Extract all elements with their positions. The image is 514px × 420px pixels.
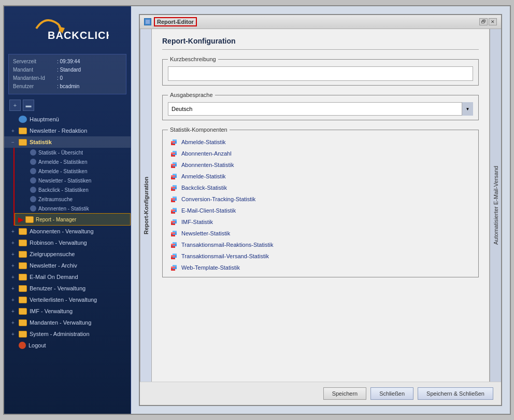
nav-abonnenten-verwaltung[interactable]: + Abonnenten - Verwaltung: [4, 226, 131, 237]
sub-anmelde-statistiken[interactable]: Anmelde - Statistiken: [15, 157, 131, 166]
nav-logout[interactable]: Logout: [4, 340, 131, 351]
serverzeit-label: Serverzeit: [13, 58, 57, 66]
benutzer-value: : bcadmin: [57, 82, 79, 91]
nav-newsletter-redaktion[interactable]: + Newsletter - Redaktion: [4, 125, 131, 136]
expand-icon-bv: +: [9, 285, 17, 292]
mandanten-verwaltung-label: Mandanten - Verwaltung: [30, 319, 91, 326]
nav-statistik[interactable]: − Statistik: [4, 136, 131, 148]
svg-rect-17: [173, 174, 177, 175]
sub-newsletter-statistiken[interactable]: Newsletter - Statistiken: [15, 176, 131, 185]
bullet-icon: [30, 177, 36, 184]
nav-mandanten-verwaltung[interactable]: + Mandanten - Verwaltung: [4, 317, 131, 328]
list-item[interactable]: Abmelde-Statistik: [168, 137, 473, 147]
list-item[interactable]: E-Mail-Client-Statistik: [168, 205, 473, 216]
benutzer-verwaltung-label: Benutzer - Verwaltung: [30, 285, 85, 291]
system-administration-label: System - Administration: [30, 331, 90, 337]
kurzbeschreibung-legend: Kurzbeschreibung: [168, 56, 218, 62]
list-item[interactable]: Web-Template-Statistik: [168, 262, 473, 273]
nav-email-on-demand[interactable]: + E-Mail On Demand: [4, 271, 131, 283]
bullet-icon: [30, 205, 36, 212]
nav-zielgruppensuche[interactable]: + Zielgruppensuche: [4, 248, 131, 260]
benutzer-label: Benutzer: [13, 82, 57, 91]
cube-icon-8: [170, 218, 178, 226]
ausgabesprache-fieldset: Ausgabesprache Deutsch English Français …: [162, 92, 479, 120]
dialog-title: Report-Editor: [144, 17, 197, 26]
sub-statistik-ubersicht[interactable]: Statistik - Übersicht: [15, 148, 131, 157]
robinson-verwaltung-label: Robinson - Verwaltung: [30, 240, 87, 246]
folder-icon-eod: [19, 274, 27, 281]
list-item[interactable]: Newsletter-Statistik: [168, 228, 473, 239]
cube-icon-5: [170, 184, 178, 192]
speichern-schliessen-button[interactable]: Speichern & Schließen: [418, 387, 493, 400]
sidebar: BACKCLICK Serverzeit : 09:39:44 Mandant …: [4, 6, 131, 414]
nav-robinson-verwaltung[interactable]: + Robinson - Verwaltung: [4, 237, 131, 248]
sub-abonnenten-statistik[interactable]: Abonnenten - Statistik: [15, 204, 131, 213]
dialog-body: Report-Konfiguration Report-Konfiguratio…: [140, 29, 501, 382]
list-item[interactable]: Abonnenten-Statistik: [168, 160, 473, 170]
cube-icon-1: [170, 138, 178, 146]
logout-label: Logout: [28, 342, 46, 348]
list-item[interactable]: Anmelde-Statistik: [168, 171, 473, 181]
list-item[interactable]: Conversion-Tracking-Statistik: [168, 194, 473, 204]
svg-rect-46: [171, 255, 175, 257]
dialog-title-icon: [144, 18, 151, 25]
globe-icon: [19, 116, 27, 123]
kurzbeschreibung-fieldset: Kurzbeschreibung: [162, 56, 479, 86]
list-item[interactable]: Abonnenten-Anzahl: [168, 148, 473, 159]
bullet-icon: [30, 159, 36, 165]
nav-benutzer-verwaltung[interactable]: + Benutzer - Verwaltung: [4, 283, 131, 294]
svg-rect-42: [171, 244, 175, 245]
ausgabesprache-select[interactable]: Deutsch English Français: [168, 102, 473, 116]
newsletter-redaktion-label: Newsletter - Redaktion: [30, 128, 87, 134]
sub-backclick-statistiken[interactable]: Backclick - Statistiken: [15, 185, 131, 194]
cube-icon-7: [170, 206, 178, 215]
nav-verteilerlisten-verwaltung[interactable]: + Verteilerlisten - Verwaltung: [4, 294, 131, 305]
list-item[interactable]: Transaktionsmail-Reaktions-Statistik: [168, 240, 473, 250]
bullet-icon: [30, 168, 36, 174]
svg-rect-34: [171, 221, 175, 222]
svg-rect-14: [171, 164, 175, 165]
expand-icon-zg: +: [9, 250, 17, 258]
list-item[interactable]: IMF-Statistik: [168, 217, 473, 227]
serverzeit-value: : 09:39:44: [57, 58, 80, 66]
expand-icon-eod: +: [9, 273, 17, 281]
tab-report-konfiguration[interactable]: Report-Konfiguration: [140, 29, 151, 382]
cube-icon-4: [170, 172, 178, 180]
svg-rect-33: [173, 219, 177, 221]
nav-menu: Hauptmenü + Newsletter - Redaktion − Sta…: [4, 114, 131, 414]
remove-icon[interactable]: ▬: [23, 100, 34, 111]
form-area: Report-Konfiguration Kurzbeschreibung Au…: [152, 29, 489, 382]
folder-icon-stat: [19, 139, 27, 146]
stats-list: Abmelde-Statistik Abonnenten-Anzahl Abon…: [168, 137, 473, 273]
restore-button[interactable]: 🗗: [479, 18, 488, 25]
toolbar-icons: + ▬: [4, 97, 131, 114]
close-button[interactable]: ✕: [489, 18, 497, 25]
svg-rect-22: [171, 187, 175, 188]
folder-icon-rm: [25, 216, 34, 223]
schliessen-button[interactable]: Schließen: [370, 387, 413, 400]
nav-imf-verwaltung[interactable]: + IMF - Verwaltung: [4, 305, 131, 317]
folder-icon-iv: [19, 308, 27, 315]
tab-automatisierter-email-versand[interactable]: Automatisierter E-Mail-Versand: [490, 29, 501, 382]
list-item[interactable]: Backclick-Statistik: [168, 183, 473, 193]
folder-icon-sa: [19, 331, 27, 338]
nav-hauptmenu[interactable]: Hauptmenü: [4, 114, 131, 125]
nav-system-administration[interactable]: + System - Administration: [4, 328, 131, 340]
imf-verwaltung-label: IMF - Verwaltung: [30, 308, 73, 314]
nav-newsletter-archiv[interactable]: + Newsletter - Archiv: [4, 260, 131, 271]
mandant-label: Mandant: [13, 66, 57, 74]
kurzbeschreibung-input[interactable]: [168, 66, 473, 81]
outer-window: BACKCLICK Serverzeit : 09:39:44 Mandant …: [0, 0, 514, 420]
hauptmenu-label: Hauptmenü: [30, 116, 59, 122]
sub-abmelde-statistiken[interactable]: Abmelde - Statistiken: [15, 166, 131, 176]
speichern-button[interactable]: Speichern: [323, 387, 367, 400]
svg-rect-49: [173, 265, 177, 267]
list-item[interactable]: Transaktionsmail-Versand-Statistik: [168, 251, 473, 261]
add-icon[interactable]: +: [9, 100, 21, 111]
statistik-komponenten-fieldset: Statistik-Komponenten Abmelde-Statistik …: [162, 127, 479, 277]
bullet-icon: [30, 187, 36, 193]
sub-zeitraumsuche[interactable]: Zeitraumsuche: [15, 194, 131, 204]
sub-report-manager[interactable]: ▶ Report - Manager: [15, 213, 131, 226]
cube-icon-9: [170, 229, 178, 237]
expand-icon-sa: +: [9, 330, 17, 338]
